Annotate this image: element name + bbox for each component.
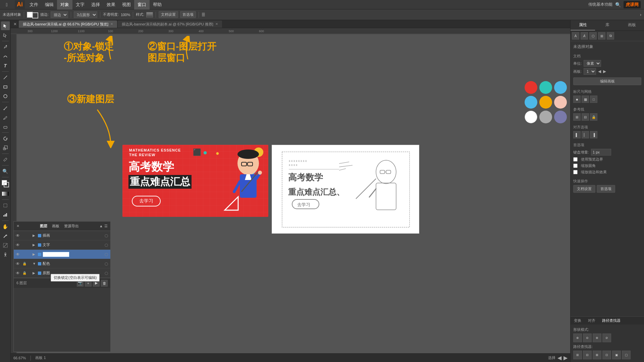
create-sublayer-btn[interactable]: + bbox=[85, 280, 92, 287]
layer-row-original[interactable]: 👁 🔒 ▶ 原图 ◯ bbox=[14, 268, 110, 278]
eraser-tool[interactable] bbox=[1, 122, 10, 131]
artboard-tool[interactable] bbox=[1, 201, 10, 210]
nav-left-btn[interactable]: ◀ bbox=[557, 355, 561, 361]
exclude-btn[interactable]: ⊘ bbox=[602, 334, 611, 342]
direct-select-tool[interactable] bbox=[1, 31, 10, 40]
tab-properties[interactable]: 属性 bbox=[571, 20, 595, 31]
layer-lock-original[interactable]: 🔒 bbox=[22, 270, 27, 276]
tab-2-close[interactable]: ✕ bbox=[215, 20, 218, 28]
layer-expand-palette[interactable]: ▼ bbox=[33, 262, 37, 265]
swatch-teal[interactable] bbox=[539, 81, 552, 94]
menu-edit[interactable]: 编辑 bbox=[42, 0, 57, 9]
gradient-tool[interactable] bbox=[1, 189, 10, 198]
guide-lock-icon[interactable]: 🔒 bbox=[590, 113, 597, 121]
tab-align[interactable]: 对齐 bbox=[585, 317, 599, 324]
layer-vis-text[interactable]: ◯ bbox=[104, 242, 109, 248]
layer-lock-editing[interactable] bbox=[22, 252, 27, 257]
points-select[interactable]: 3点圆形 bbox=[74, 11, 97, 18]
swatch-red[interactable] bbox=[525, 81, 537, 94]
swatch-blue[interactable] bbox=[554, 81, 567, 94]
canvas-next-btn[interactable]: ▶ bbox=[603, 69, 606, 74]
fill-stroke-box[interactable] bbox=[1, 179, 10, 188]
curvature-tool[interactable] bbox=[1, 52, 10, 61]
swatch-white[interactable] bbox=[525, 111, 537, 123]
layer-expand-chua[interactable]: ▶ bbox=[33, 234, 37, 237]
tab-transform[interactable]: 变换 bbox=[571, 317, 585, 324]
layer-vis-palette[interactable]: ◯ bbox=[104, 261, 109, 266]
layer-vis-chua[interactable]: ◯ bbox=[104, 233, 109, 238]
stroke-select[interactable]: 描边 bbox=[51, 11, 68, 18]
align-center-h-icon[interactable]: ▏ bbox=[582, 131, 589, 138]
close-panel-btn[interactable]: ✕ bbox=[13, 22, 17, 26]
menu-select[interactable]: 选择 bbox=[88, 0, 103, 9]
make-clipping-mask-btn[interactable]: 📷 bbox=[77, 280, 84, 287]
quick-doc-settings-btn[interactable]: 文档设置 bbox=[573, 185, 595, 193]
layer-eye-chua[interactable]: 👁 bbox=[15, 233, 20, 238]
layer-expand-text[interactable]: ▶ bbox=[33, 243, 37, 247]
select-tool[interactable] bbox=[1, 21, 10, 30]
panel-menu-btn[interactable]: ☰ bbox=[104, 224, 108, 228]
canvas-prev-btn[interactable]: ◀ bbox=[598, 69, 601, 74]
pen-tool[interactable] bbox=[1, 43, 10, 51]
type-tool[interactable]: T bbox=[1, 61, 10, 70]
menu-effects[interactable]: 效果 bbox=[103, 0, 119, 9]
hand-tool[interactable]: ✋ bbox=[1, 222, 10, 231]
layer-row-chua[interactable]: 👁 ▶ 插画 ◯ bbox=[14, 231, 110, 240]
arrange-icon[interactable]: ☰ bbox=[202, 12, 205, 17]
swatch-cyan[interactable] bbox=[525, 96, 537, 109]
line-tool[interactable] bbox=[1, 73, 10, 82]
nudge-input[interactable] bbox=[591, 149, 611, 156]
layer-name-editing[interactable] bbox=[43, 252, 102, 257]
delete-layer-btn[interactable]: 🗑 bbox=[101, 280, 108, 287]
ellipse-tool[interactable] bbox=[1, 92, 10, 101]
scale-corners-checkbox[interactable] bbox=[573, 164, 578, 168]
stroke-color-btn[interactable] bbox=[32, 12, 38, 18]
apple-menu[interactable]:  bbox=[0, 2, 13, 7]
graph-tool[interactable] bbox=[1, 210, 10, 219]
minus-front-btn[interactable]: ⊖ bbox=[583, 334, 592, 342]
merge-btn[interactable]: ⊠ bbox=[593, 351, 601, 359]
banner-cta-btn[interactable]: 去学习 bbox=[132, 196, 161, 206]
edit-canvas-btn[interactable]: 编辑画板 bbox=[573, 77, 641, 85]
menu-text[interactable]: 文字 bbox=[72, 0, 88, 9]
transform-icon-panel[interactable]: ⊞ bbox=[598, 32, 605, 40]
rotate-tool[interactable] bbox=[1, 134, 10, 143]
ruler-icon[interactable]: ■ bbox=[573, 96, 581, 103]
nav-right-btn[interactable]: ▶ bbox=[564, 355, 568, 361]
eyedropper-tool[interactable] bbox=[1, 155, 10, 164]
scale-tool[interactable] bbox=[1, 143, 10, 152]
chevron-right-icon[interactable]: › bbox=[640, 12, 641, 17]
layers-tab-layers[interactable]: 图层 bbox=[38, 223, 49, 229]
layer-expand-original[interactable]: ▶ bbox=[33, 271, 37, 275]
preview-bounds-checkbox[interactable] bbox=[573, 157, 578, 162]
paintbrush-tool[interactable] bbox=[1, 104, 10, 112]
layer-row-text[interactable]: 👁 ▶ 文字 ◯ bbox=[14, 240, 110, 250]
snap-icon[interactable]: □ bbox=[590, 96, 597, 103]
layer-row-palette[interactable]: 👁 🔒 ▼ 配色 ◯ bbox=[14, 259, 110, 268]
pathfinder-icon[interactable]: ⧉ bbox=[607, 32, 614, 40]
menu-view[interactable]: 视图 bbox=[119, 0, 134, 9]
quick-preferences-btn[interactable]: 首选项 bbox=[597, 185, 615, 193]
unit-select[interactable]: 像素 bbox=[584, 60, 601, 67]
collapse-panel-btn[interactable]: ▲ bbox=[99, 224, 103, 228]
swatch-gray[interactable] bbox=[539, 111, 552, 123]
tab-1-close[interactable]: ✕ bbox=[110, 20, 113, 28]
layer-lock-chua[interactable] bbox=[22, 233, 27, 238]
layer-row-editing[interactable]: 👁 ▶ ◯ bbox=[14, 250, 110, 259]
slice-tool[interactable] bbox=[1, 241, 10, 250]
tab-1[interactable]: 插边风-banner演示稿.ai @ 66.67% [RGB/GPU 预览] ✕ bbox=[19, 20, 117, 28]
style-swatch[interactable] bbox=[146, 12, 153, 17]
effects-icon[interactable]: ⬡ bbox=[589, 32, 597, 40]
tab-library[interactable]: 库 bbox=[595, 20, 620, 31]
type-icon[interactable]: A bbox=[581, 32, 588, 40]
search-icon[interactable]: 🔍 bbox=[615, 2, 621, 7]
layer-eye-palette[interactable]: 👁 bbox=[15, 261, 20, 266]
rect-tool[interactable] bbox=[1, 82, 10, 91]
divide-btn[interactable]: ⊞ bbox=[573, 351, 582, 359]
magic-wand-tool[interactable] bbox=[1, 232, 10, 240]
unite-btn[interactable]: ⊕ bbox=[573, 334, 582, 342]
puppet-warp-tool[interactable] bbox=[1, 250, 10, 259]
swatch-pink[interactable] bbox=[554, 96, 567, 109]
appearance-icon[interactable]: A bbox=[572, 32, 579, 40]
canvas-select[interactable]: 1 bbox=[584, 68, 596, 75]
